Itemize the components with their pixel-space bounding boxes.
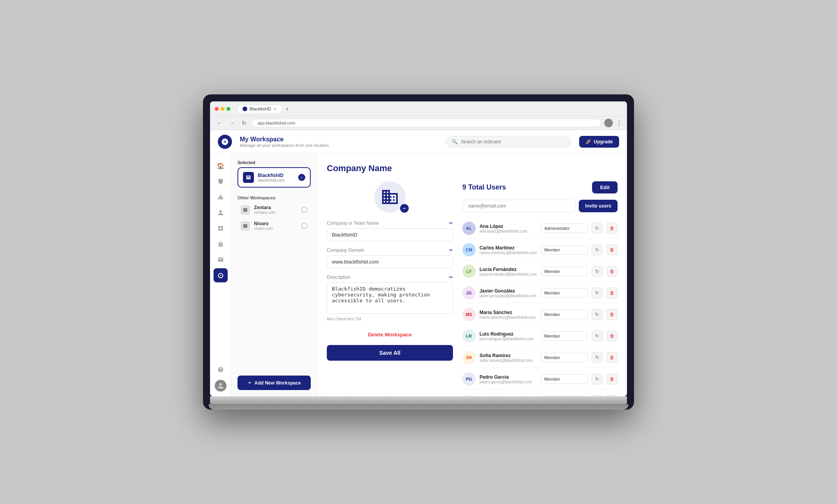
delete-workspace-button[interactable]: Delete Workspace <box>327 327 453 342</box>
user-avatar-initials: JG <box>462 286 476 300</box>
description-header: Description ✏ <box>327 275 453 280</box>
workspace-radio-button[interactable] <box>301 223 308 229</box>
user-delete-button[interactable]: 🗑 <box>607 352 618 363</box>
workspace-radio-button[interactable] <box>301 207 308 213</box>
user-refresh-button[interactable]: ↻ <box>592 287 603 298</box>
invite-bar: Invite users <box>462 200 618 212</box>
user-refresh-button[interactable]: ↻ <box>592 374 603 385</box>
user-role-select[interactable]: AdministratorMemberViewer <box>541 331 588 341</box>
description-label: Description <box>327 275 350 280</box>
role-wrapper: AdministratorMemberViewer <box>541 331 588 341</box>
address-bar[interactable]: app.blackfishid.com <box>252 119 601 127</box>
new-tab-button[interactable]: + <box>283 105 291 113</box>
user-row: LR Luis Rodríguez luis.rodriguez@blackfi… <box>462 326 618 346</box>
sidebar-item-lock[interactable] <box>214 237 228 251</box>
user-refresh-button[interactable]: ↻ <box>592 266 603 277</box>
user-row: ET Elena Torres AdministratorMemberViewe… <box>462 391 618 396</box>
sidebar-item-mail[interactable] <box>214 253 228 267</box>
user-row: SR Sofía Ramírez sofia.ramirez@blackfish… <box>462 348 618 368</box>
address-text: app.blackfishid.com <box>257 121 295 125</box>
browser-tab[interactable]: BlackfishID ✕ <box>237 105 282 113</box>
user-refresh-button[interactable]: ↻ <box>592 331 603 341</box>
users-edit-button[interactable]: Edit <box>592 181 618 193</box>
domain-edit-icon[interactable]: ✏ <box>449 247 453 253</box>
domain-input[interactable] <box>327 255 453 268</box>
close-window-button[interactable] <box>215 107 219 111</box>
user-delete-button[interactable]: 🗑 <box>607 331 618 341</box>
search-bar[interactable]: 🔍 <box>446 136 571 147</box>
sidebar-item-home[interactable]: 🏠 <box>214 159 228 173</box>
user-role-select[interactable]: AdministratorMemberViewer <box>541 224 588 233</box>
other-ws-info: Nivaro nivaro.com <box>254 221 297 231</box>
content-grid: ✏ Company or Team Name ✏ <box>327 181 618 396</box>
description-textarea[interactable]: BlackfishID democratizes cybersecurity, … <box>327 282 453 314</box>
company-name-input[interactable] <box>327 228 453 241</box>
user-refresh-button[interactable]: ↻ <box>592 309 603 320</box>
user-delete-button[interactable]: 🗑 <box>607 287 618 298</box>
workspace-name: BlackfishID <box>258 173 294 178</box>
user-info: Pedro García pedro.garcia@blackfishid.co… <box>480 374 537 384</box>
sidebar-item-support[interactable] <box>214 363 228 377</box>
users-count: 9 Total Users <box>462 183 506 191</box>
user-delete-button[interactable]: 🗑 <box>607 309 618 320</box>
user-refresh-button[interactable]: ↻ <box>592 223 603 234</box>
invite-users-button[interactable]: Invite users <box>579 200 618 212</box>
sidebar-item-layout[interactable] <box>214 221 228 235</box>
user-delete-button[interactable]: 🗑 <box>607 266 618 277</box>
user-row: PG Pedro García pedro.garcia@blackfishid… <box>462 369 618 389</box>
sidebar-item-user[interactable] <box>214 206 228 220</box>
user-list: AL Ana López ana.lopez@blackfishid.com A… <box>462 219 618 396</box>
forward-button[interactable]: → <box>227 119 237 127</box>
company-name-edit-icon[interactable]: ✏ <box>449 220 453 226</box>
user-name: Lucía Fernández <box>480 267 537 272</box>
tab-close-icon[interactable]: ✕ <box>274 107 277 111</box>
user-delete-button[interactable]: 🗑 <box>607 223 618 234</box>
app-header: My Workspace Manage all your workspaces … <box>210 130 627 154</box>
user-name: María Sánchez <box>480 310 537 315</box>
user-row: JG Javier González javier.gonzalez@black… <box>462 283 618 303</box>
company-form: ✏ Company or Team Name ✏ <box>327 181 453 396</box>
refresh-button[interactable]: ↻ <box>240 119 248 127</box>
selected-label: Selected <box>237 160 311 165</box>
search-input[interactable] <box>461 139 565 145</box>
other-workspace-item[interactable]: Nivaro nivaro.com <box>237 218 311 234</box>
sidebar-item-alert[interactable] <box>214 190 228 204</box>
user-info: Javier González javier.gonzalez@blackfis… <box>480 288 537 298</box>
other-workspaces-list: Zentara zentara.com Nivaro nivaro.com <box>237 202 311 234</box>
user-refresh-button[interactable]: ↻ <box>592 244 603 255</box>
selected-workspace-card[interactable]: BlackfishID blackfishid.com ✓ <box>237 167 311 188</box>
user-name: Luis Rodríguez <box>480 331 537 337</box>
user-refresh-button[interactable]: ↻ <box>592 352 603 363</box>
user-name: Carlos Martínez <box>480 245 537 251</box>
user-role-select[interactable]: AdministratorMemberViewer <box>541 245 588 255</box>
other-workspace-item[interactable]: Zentara zentara.com <box>237 202 311 218</box>
user-role-select[interactable]: AdministratorMemberViewer <box>541 374 588 384</box>
user-role-select[interactable]: AdministratorMemberViewer <box>541 353 588 362</box>
browser-menu-icon[interactable]: ⋮ <box>616 119 622 127</box>
sidebar-item-workspace[interactable] <box>214 268 228 282</box>
laptop-foot <box>208 404 629 410</box>
invite-email-input[interactable] <box>462 200 576 212</box>
browser-profile-icon[interactable] <box>604 119 613 127</box>
user-delete-button[interactable]: 🗑 <box>607 374 618 385</box>
minimize-window-button[interactable] <box>221 107 225 111</box>
add-workspace-button[interactable]: ＋ Add New Workspace <box>237 376 311 390</box>
user-row: CM Carlos Martínez carlos.martinez@black… <box>462 240 618 260</box>
sidebar-bottom <box>214 363 228 392</box>
user-role-select[interactable]: AdministratorMemberViewer <box>541 288 588 298</box>
sidebar-item-shield[interactable] <box>214 174 228 188</box>
domain-label: Company Domain <box>327 247 364 253</box>
app-subtitle: Manage all your workspaces from one loca… <box>240 143 438 148</box>
upgrade-button[interactable]: 🚀 Upgrade <box>579 136 619 148</box>
user-delete-button[interactable]: 🗑 <box>607 244 618 255</box>
role-wrapper: AdministratorMemberViewer <box>541 267 588 276</box>
maximize-window-button[interactable] <box>226 107 230 111</box>
user-role-select[interactable]: AdministratorMemberViewer <box>541 310 588 319</box>
user-role-select[interactable]: AdministratorMemberViewer <box>541 267 588 276</box>
back-button[interactable]: ← <box>215 119 224 127</box>
user-avatar[interactable] <box>215 380 226 392</box>
description-edit-icon[interactable]: ✏ <box>449 275 453 280</box>
save-all-button[interactable]: Save All <box>327 345 453 361</box>
other-ws-url: nivaro.com <box>254 226 297 231</box>
edit-avatar-button[interactable]: ✏ <box>400 204 409 213</box>
